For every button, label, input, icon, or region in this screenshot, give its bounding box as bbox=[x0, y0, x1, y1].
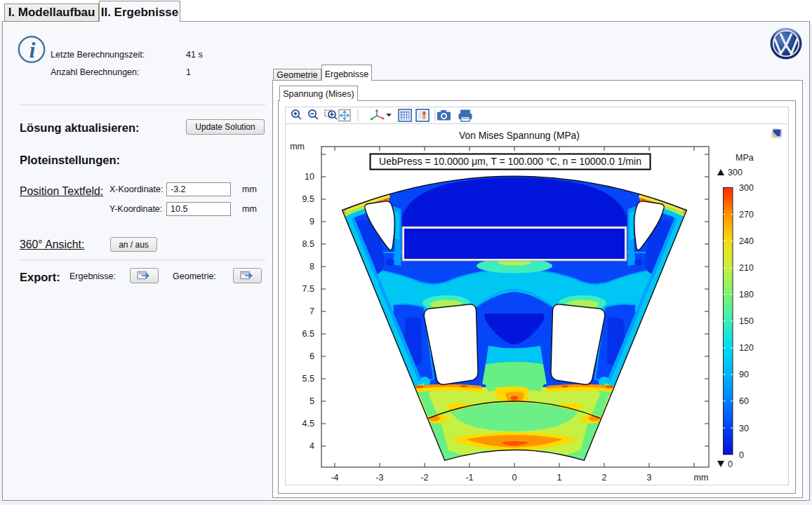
svg-text:30: 30 bbox=[739, 424, 749, 433]
svg-text:10: 10 bbox=[305, 172, 314, 182]
svg-text:-2: -2 bbox=[420, 473, 428, 483]
svg-text:1: 1 bbox=[557, 473, 562, 483]
svg-text:6: 6 bbox=[310, 351, 314, 361]
svg-text:8: 8 bbox=[310, 262, 314, 271]
svg-text:9: 9 bbox=[310, 217, 314, 227]
svg-text:7: 7 bbox=[310, 307, 314, 316]
svg-text:6.5: 6.5 bbox=[302, 329, 314, 339]
svg-text:7.5: 7.5 bbox=[302, 284, 314, 294]
svg-text:270: 270 bbox=[739, 210, 754, 220]
svg-text:180: 180 bbox=[739, 290, 754, 299]
svg-text:-4: -4 bbox=[331, 473, 338, 483]
svg-text:150: 150 bbox=[739, 316, 754, 326]
svg-text:3: 3 bbox=[647, 473, 652, 483]
svg-text:UebPress = 10.0000 μm, T = 100: UebPress = 10.0000 μm, T = 100.000 °C, n… bbox=[379, 156, 641, 167]
svg-text:-3: -3 bbox=[375, 473, 383, 483]
svg-text:9.5: 9.5 bbox=[302, 194, 314, 204]
svg-text:-1: -1 bbox=[465, 473, 473, 483]
svg-text:mm: mm bbox=[694, 473, 709, 483]
svg-text:240: 240 bbox=[739, 236, 754, 246]
svg-text:mm: mm bbox=[290, 142, 305, 152]
svg-text:2: 2 bbox=[602, 473, 607, 483]
svg-text:4: 4 bbox=[310, 441, 314, 451]
svg-text:0: 0 bbox=[512, 473, 517, 483]
svg-text:90: 90 bbox=[739, 370, 749, 379]
svg-text:Von Mises Spannung (MPa): Von Mises Spannung (MPa) bbox=[459, 130, 580, 141]
svg-text:0: 0 bbox=[728, 459, 733, 469]
svg-text:300: 300 bbox=[739, 183, 754, 193]
svg-text:5: 5 bbox=[310, 396, 314, 406]
svg-text:MPa: MPa bbox=[736, 153, 754, 163]
svg-text:300: 300 bbox=[728, 168, 743, 177]
svg-text:8.5: 8.5 bbox=[302, 239, 314, 249]
svg-text:210: 210 bbox=[739, 263, 754, 273]
svg-text:4.5: 4.5 bbox=[302, 419, 314, 429]
svg-text:0: 0 bbox=[739, 450, 744, 460]
svg-text:120: 120 bbox=[739, 343, 754, 353]
svg-text:5.5: 5.5 bbox=[302, 374, 314, 384]
svg-text:60: 60 bbox=[739, 396, 749, 406]
